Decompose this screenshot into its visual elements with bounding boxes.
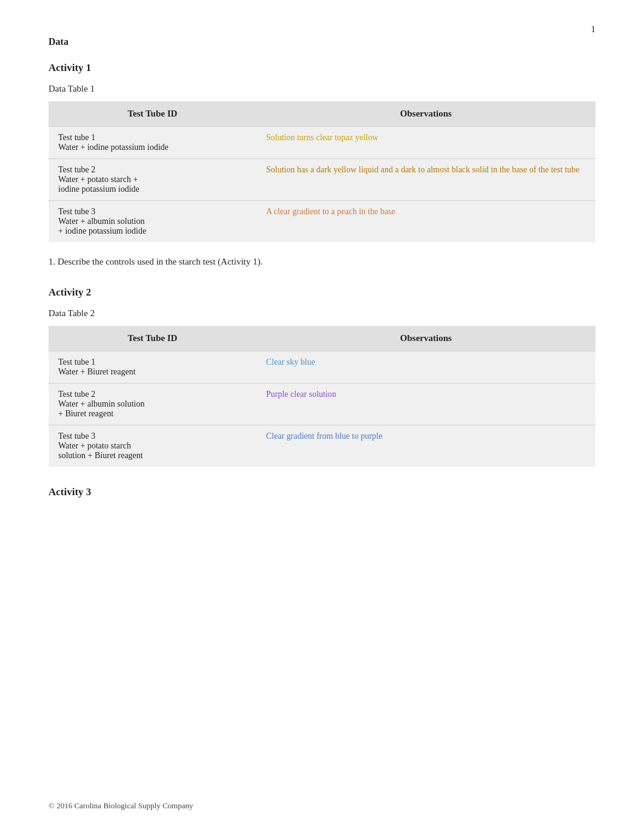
activity2-heading: Activity 2: [49, 286, 595, 299]
activity1-row-obs-0: Solution turns clear topaz yellow: [257, 127, 595, 159]
activity2-col-header-1: Test Tube ID: [49, 326, 257, 351]
activity2-table: Test Tube ID Observations Test tube 1 Wa…: [49, 326, 595, 467]
table-row: Test tube 1 Water + Biuret reagentClear …: [49, 351, 595, 384]
table-row: Test tube 2 Water + albumin solution + B…: [49, 384, 595, 425]
table-row: Test tube 3 Water + potato starch soluti…: [49, 425, 595, 467]
activity1-row-id-2: Test tube 3 Water + albumin solution + i…: [49, 201, 257, 243]
activity2-row-obs-0: Clear sky blue: [257, 351, 595, 384]
table-row: Test tube 2 Water + potato starch + iodi…: [49, 159, 595, 201]
activity1-heading: Activity 1: [49, 62, 595, 74]
activity1-row-obs-2: A clear gradient to a peach in the base: [257, 201, 595, 243]
activity1-table: Test Tube ID Observations Test tube 1 Wa…: [49, 101, 595, 242]
main-heading: Data: [49, 36, 595, 47]
page-number: 1: [591, 24, 596, 35]
activity1-section: Activity 1 Data Table 1 Test Tube ID Obs…: [49, 62, 595, 267]
activity2-row-id-0: Test tube 1 Water + Biuret reagent: [49, 351, 257, 384]
activity2-row-id-2: Test tube 3 Water + potato starch soluti…: [49, 425, 257, 467]
activity2-row-id-1: Test tube 2 Water + albumin solution + B…: [49, 384, 257, 425]
activity3-heading: Activity 3: [49, 486, 595, 498]
activity1-question: 1. Describe the controls used in the sta…: [49, 257, 595, 267]
activity1-row-id-0: Test tube 1 Water + iodine potassium iod…: [49, 127, 257, 159]
activity3-section: Activity 3: [49, 486, 595, 498]
footer: © 2016 Carolina Biological Supply Compan…: [49, 801, 193, 811]
activity2-table-label: Data Table 2: [49, 308, 595, 319]
activity1-row-id-1: Test tube 2 Water + potato starch + iodi…: [49, 159, 257, 201]
activity1-col-header-2: Observations: [257, 101, 595, 127]
table-row: Test tube 1 Water + iodine potassium iod…: [49, 127, 595, 159]
activity1-col-header-1: Test Tube ID: [49, 101, 257, 127]
activity2-row-obs-1: Purple clear solution: [257, 384, 595, 425]
activity1-row-obs-1: Solution has a dark yellow liquid and a …: [257, 159, 595, 201]
activity2-col-header-2: Observations: [257, 326, 595, 351]
table-row: Test tube 3 Water + albumin solution + i…: [49, 201, 595, 243]
activity1-table-label: Data Table 1: [49, 84, 595, 94]
activity2-section: Activity 2 Data Table 2 Test Tube ID Obs…: [49, 286, 595, 467]
activity2-row-obs-2: Clear gradient from blue to purple: [257, 425, 595, 467]
